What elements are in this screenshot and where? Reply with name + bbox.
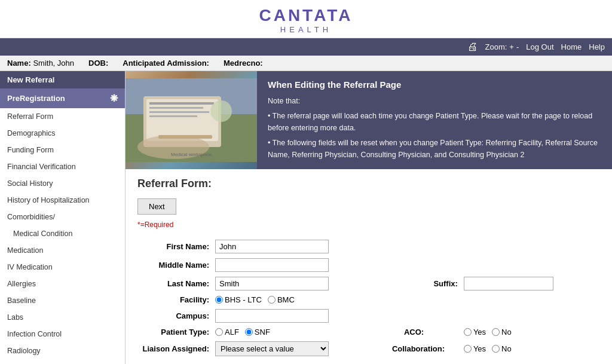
printer-icon[interactable]: 🖨 (467, 41, 478, 53)
patient-type-label: Patient Type: (137, 325, 215, 339)
sidebar-item[interactable]: IV Medication (0, 259, 125, 276)
facility-bhs-option[interactable]: BHS - LTC (215, 295, 262, 304)
aco-yes-label: Yes (473, 328, 486, 337)
sidebar: New Referral PreRegistration ❋ Referral … (0, 71, 126, 364)
facility-bmc-radio[interactable] (268, 296, 276, 304)
dob-label: DOB: (88, 59, 108, 68)
home-link[interactable]: Home (561, 42, 582, 51)
svg-rect-6 (149, 111, 209, 113)
collab-yes-option[interactable]: Yes (464, 344, 486, 353)
brand-health: HEALTH (0, 25, 612, 34)
sidebar-item[interactable]: Medication (0, 242, 125, 259)
patient-type-snf-radio[interactable] (245, 328, 253, 336)
next-button[interactable]: Next (137, 198, 176, 215)
patient-type-row: Patient Type: ALF SNF (137, 325, 600, 339)
sidebar-item[interactable]: Social History (0, 175, 125, 192)
required-note: *=Required (137, 221, 600, 229)
facility-bhs-radio[interactable] (215, 296, 223, 304)
aco-no-radio[interactable] (492, 328, 500, 336)
sidebar-item[interactable]: Infection Control (0, 326, 125, 342)
medrecno-label: Medrecno: (224, 59, 263, 68)
facility-bmc-option[interactable]: BMC (268, 295, 295, 304)
suffix-label: Suffix: (386, 274, 464, 293)
campus-input[interactable] (215, 309, 329, 323)
sidebar-item[interactable]: Comorbidities/ (0, 209, 125, 225)
last-name-input[interactable] (215, 277, 329, 290)
svg-text:Medical workspace: Medical workspace (171, 152, 212, 157)
first-name-row: First Name: (137, 237, 600, 256)
facility-bhs-label: BHS - LTC (225, 295, 262, 304)
info-banner: Medical workspace When Editing the Refer… (126, 71, 612, 169)
banner-bullet1: • The referral page will load each time … (268, 111, 601, 134)
banner-image: Medical workspace (126, 71, 257, 169)
collab-yes-label: Yes (473, 344, 486, 353)
facility-row: Facility: BHS - LTC BMC (137, 293, 600, 307)
first-name-label: First Name: (137, 237, 215, 256)
sidebar-preregistration[interactable]: PreRegistration ❋ (0, 88, 125, 108)
sidebar-item[interactable]: Allergies (0, 276, 125, 292)
last-name-row: Last Name: Suffix: (137, 274, 600, 293)
suffix-input[interactable] (464, 277, 553, 290)
patient-type-alf-option[interactable]: ALF (215, 328, 239, 337)
liaison-label: Liaison Assigned: (137, 339, 215, 359)
patient-type-radio-group: ALF SNF (215, 328, 381, 337)
campus-label: Campus: (137, 307, 215, 325)
collab-yes-radio[interactable] (464, 345, 472, 353)
svg-rect-3 (146, 99, 218, 141)
liaison-row: Liaison Assigned: Please select a value … (137, 339, 600, 359)
help-link[interactable]: Help (589, 42, 605, 51)
facility-label: Facility: (137, 293, 215, 307)
aco-label: ACO: (386, 325, 464, 339)
zoom-label: Zoom: (485, 42, 507, 51)
logout-link[interactable]: Log Out (526, 42, 553, 51)
patient-type-alf-label: ALF (225, 328, 239, 337)
zoom-plus-button[interactable]: + (509, 42, 514, 51)
aco-no-option[interactable]: No (492, 328, 512, 337)
sidebar-item[interactable]: Demographics (0, 125, 125, 142)
liaison-dropdown[interactable]: Please select a value (215, 341, 329, 356)
sidebar-item[interactable]: Funding Form (0, 142, 125, 158)
collab-no-label: No (501, 344, 512, 353)
banner-intro: Note that: (268, 96, 601, 107)
patient-type-alf-radio[interactable] (215, 328, 223, 336)
sidebar-item[interactable]: Referral Form (0, 108, 125, 125)
top-bar: 🖨 Zoom: + - Log Out Home Help (0, 38, 612, 56)
sidebar-new-referral[interactable]: New Referral (0, 71, 125, 88)
svg-point-10 (210, 100, 232, 122)
aco-yes-radio[interactable] (464, 328, 472, 336)
banner-title: When Editing the Referral Page (268, 79, 601, 90)
sidebar-item[interactable]: Financial Verification (0, 158, 125, 175)
sidebar-item[interactable]: History of Hospitalization (0, 192, 125, 209)
svg-rect-4 (149, 102, 214, 105)
main-layout: New Referral PreRegistration ❋ Referral … (0, 71, 612, 364)
patient-type-snf-option[interactable]: SNF (245, 328, 270, 337)
preregistration-arrow-icon: ❋ (110, 93, 118, 104)
aco-yes-option[interactable]: Yes (464, 328, 486, 337)
zoom-controls: Zoom: + - (485, 42, 519, 51)
first-name-input[interactable] (215, 240, 329, 253)
sidebar-item[interactable]: Labs (0, 309, 125, 326)
content-area: Medical workspace When Editing the Refer… (126, 71, 612, 364)
collaboration-label: Collaboration: (386, 339, 464, 359)
form-table: First Name: Middle Name: Last (137, 237, 600, 359)
app-header: CANTATA HEALTH (0, 0, 612, 38)
sidebar-item[interactable]: Medical Condition (0, 225, 125, 242)
svg-rect-7 (149, 115, 197, 117)
admission-label: Anticipated Admission: (123, 59, 209, 68)
patient-bar: Name: Smith, John DOB: Anticipated Admis… (0, 56, 612, 71)
collab-no-option[interactable]: No (492, 344, 512, 353)
collaboration-radio-group: Yes No (464, 344, 595, 353)
form-section: Referral Form: Next *=Required First Nam… (126, 169, 612, 364)
sidebar-item[interactable]: Baseline (0, 292, 125, 309)
sidebar-item[interactable]: Radiology (0, 342, 125, 359)
sidebar-item[interactable]: Skin (0, 359, 125, 364)
middle-name-row: Middle Name: (137, 256, 600, 274)
banner-bullet2: • The following fields will be reset whe… (268, 137, 601, 161)
zoom-minus-button[interactable]: - (516, 42, 519, 51)
middle-name-label: Middle Name: (137, 256, 215, 274)
svg-rect-5 (149, 107, 203, 109)
middle-name-input[interactable] (215, 258, 329, 272)
facility-radio-group: BHS - LTC BMC (215, 295, 595, 304)
form-title: Referral Form: (137, 178, 600, 190)
collab-no-radio[interactable] (492, 345, 500, 353)
